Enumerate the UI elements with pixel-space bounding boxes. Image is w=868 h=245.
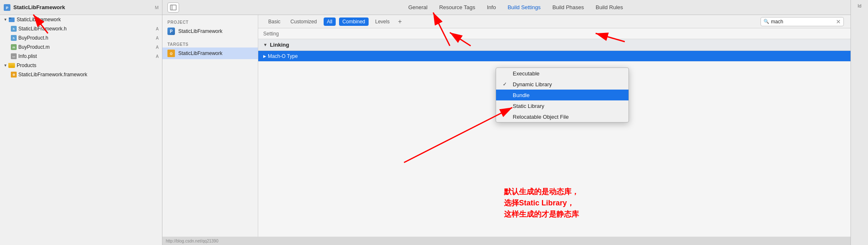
nav-project-item[interactable]: P StaticLibFramework: [162, 25, 258, 37]
sidebar-modified-badge: M: [155, 5, 159, 10]
sidebar-item-header1[interactable]: h StaticLibFramework.h A: [0, 24, 162, 33]
status-bar: http://blog.csdn.net/qq21390: [162, 237, 851, 245]
header2-badge: A: [156, 36, 159, 40]
targets-section-title: TARGETS: [162, 40, 258, 48]
disclosure-arrow: ▼: [3, 18, 7, 22]
svg-text:txt: txt: [12, 55, 15, 58]
dropdown-item-bundle[interactable]: Bundle: [496, 90, 629, 100]
table-row-mach-o-type[interactable]: ▶ Mach-O Type: [258, 51, 851, 62]
project-section-title: PROJECT: [162, 18, 258, 25]
svg-text:P: P: [6, 6, 8, 10]
right-inspector-panel: Id: [851, 0, 868, 245]
section-disclosure-arrow: ▼: [263, 42, 267, 47]
filter-all-btn[interactable]: All: [324, 18, 336, 26]
header2-label: BuyProduct.h: [18, 35, 154, 41]
sidebar-item-root-group[interactable]: ▼ StaticLibFramework: [0, 15, 162, 24]
main-editor: General Resource Tags Info Build Setting…: [162, 0, 851, 245]
row-disclosure-arrow: ▶: [263, 54, 266, 58]
sidebar-item-header2[interactable]: h BuyProduct.h A: [0, 33, 162, 42]
m-file-icon: m: [11, 44, 17, 50]
framework-icon: ⚙: [11, 72, 17, 78]
filter-customized-btn[interactable]: Customized: [287, 18, 320, 26]
root-group-label: StaticLibFramework: [17, 17, 159, 22]
search-clear-button[interactable]: ✕: [836, 18, 841, 25]
tab-build-settings[interactable]: Build Settings: [507, 2, 542, 12]
svg-text:⚙: ⚙: [12, 73, 15, 76]
sidebar-item-impl1[interactable]: m BuyProduct.m A: [0, 42, 162, 52]
h-file-icon2: h: [11, 35, 17, 41]
setting-col-header: Setting: [258, 31, 650, 37]
file-navigator: P StaticLibFramework M ▼ StaticLibFramew…: [0, 0, 162, 245]
dropdown-item-static-library[interactable]: Static Library: [496, 100, 629, 111]
project-icon: P: [167, 28, 175, 35]
svg-rect-3: [9, 18, 11, 19]
filter-basic-btn[interactable]: Basic: [265, 18, 284, 26]
svg-text:⚙: ⚙: [170, 52, 173, 56]
search-box: 🔍 ✕: [761, 17, 844, 26]
impl1-label: BuyProduct.m: [18, 44, 154, 50]
dropdown-item-executable[interactable]: Executable: [496, 68, 629, 79]
header1-label: StaticLibFramework.h: [18, 26, 154, 32]
dynamic-library-label: Dynamic Library: [513, 81, 552, 88]
mach-o-type-label: Mach-O Type: [268, 53, 298, 59]
tab-info[interactable]: Info: [486, 2, 497, 12]
sidebar-project-title: StaticLibFramework: [13, 4, 153, 10]
linking-section-header: ▼ Linking: [258, 39, 851, 51]
mach-o-type-dropdown: Executable ✓ Dynamic Library Bundle Stat…: [496, 68, 629, 122]
executable-label: Executable: [513, 70, 539, 77]
project-file-icon: P: [3, 4, 11, 11]
dropdown-item-dynamic-library[interactable]: ✓ Dynamic Library: [496, 79, 629, 90]
tab-build-phases[interactable]: Build Phases: [551, 2, 585, 12]
sidebar-header: P StaticLibFramework M: [0, 0, 162, 15]
plist-file-icon: txt: [11, 53, 17, 59]
status-url: http://blog.csdn.net/qq21390: [166, 239, 218, 243]
search-input[interactable]: [771, 19, 834, 25]
search-icon: 🔍: [763, 19, 769, 24]
svg-rect-8: [170, 5, 176, 10]
folder-icon: [8, 63, 15, 68]
editor-toolbar: General Resource Tags Info Build Setting…: [162, 0, 851, 15]
header1-badge: A: [156, 27, 159, 31]
nav-project-label: StaticLibFramework: [178, 28, 222, 34]
sidebar-toggle-button[interactable]: [167, 2, 179, 12]
table-header: Setting: [258, 28, 851, 39]
impl1-badge: A: [156, 45, 159, 50]
filter-combined-btn[interactable]: Combined: [339, 18, 369, 26]
tab-build-rules[interactable]: Build Rules: [595, 2, 624, 12]
project-target-nav: PROJECT P StaticLibFramework TARGETS ⚙ S…: [162, 15, 258, 245]
plist-badge: A: [156, 54, 159, 59]
nav-target-item[interactable]: ⚙ StaticLibFramework: [162, 48, 258, 59]
sidebar-item-plist[interactable]: txt Info.plist A: [0, 52, 162, 61]
relocatable-label: Relocatable Object File: [513, 114, 569, 120]
right-panel-label: Id: [858, 3, 861, 8]
static-library-label: Static Library: [513, 103, 544, 109]
products-label: Products: [17, 62, 159, 68]
filter-levels-btn[interactable]: Levels: [372, 18, 393, 26]
sidebar-item-products[interactable]: ▼ Products: [0, 61, 162, 70]
sidebar-item-framework[interactable]: ⚙ StaticLibFramework.framework: [0, 70, 162, 79]
dynamic-library-check: ✓: [503, 81, 510, 87]
nav-target-label: StaticLibFramework: [178, 50, 222, 56]
section-title: Linking: [270, 42, 289, 48]
plist-label: Info.plist: [18, 53, 154, 59]
editor-tabs: General Resource Tags Info Build Setting…: [186, 2, 846, 12]
add-filter-button[interactable]: +: [398, 18, 402, 25]
products-disclosure-arrow: ▼: [3, 63, 7, 68]
tab-resource-tags[interactable]: Resource Tags: [438, 2, 476, 12]
dropdown-item-relocatable-object[interactable]: Relocatable Object File: [496, 111, 629, 122]
filter-bar: Basic Customized All Combined Levels + 🔍…: [258, 15, 851, 28]
framework-label: StaticLibFramework.framework: [18, 72, 159, 78]
group-icon: [8, 16, 15, 23]
bundle-label: Bundle: [513, 92, 529, 98]
tab-general[interactable]: General: [407, 2, 428, 12]
h-file-icon: h: [11, 26, 17, 32]
target-icon: ⚙: [167, 50, 175, 57]
